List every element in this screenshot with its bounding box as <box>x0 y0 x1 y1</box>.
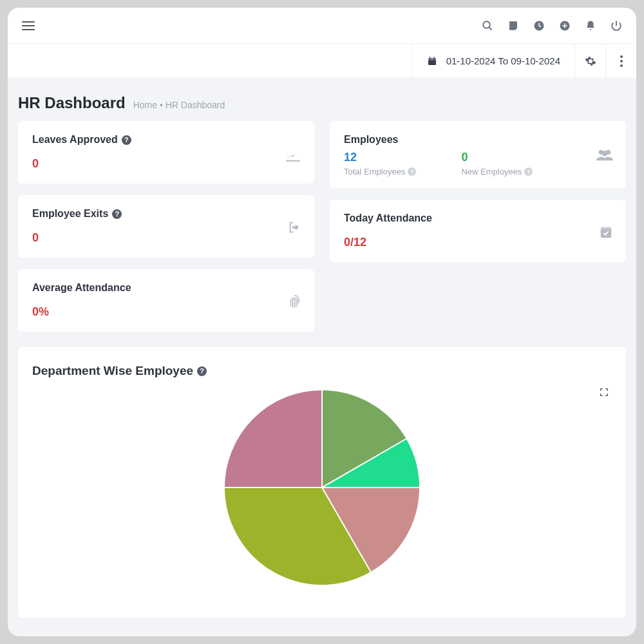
employee-exits-value: 0 <box>32 231 300 245</box>
more-button[interactable] <box>605 44 636 78</box>
total-employees-value: 12 <box>344 151 416 164</box>
card-today-attendance: Today Attendance 0/12 <box>330 200 626 262</box>
chart-title: Department Wise Employee <box>32 364 193 378</box>
breadcrumb[interactable]: Home • HR Dashboard <box>133 100 225 110</box>
today-attendance-title: Today Attendance <box>344 213 432 224</box>
svg-rect-5 <box>428 58 436 60</box>
users-icon <box>596 148 613 162</box>
calendar-check-icon <box>599 225 613 239</box>
help-icon[interactable]: ? <box>197 366 207 376</box>
menu-button[interactable] <box>22 21 35 30</box>
help-icon[interactable]: ? <box>112 209 122 219</box>
card-avg-attendance: Average Attendance 0% <box>18 269 314 332</box>
card-employees: Employees 12 Total Employees ? 0 New Emp… <box>330 121 626 188</box>
add-icon[interactable] <box>559 20 571 32</box>
svg-rect-15 <box>601 227 612 229</box>
svg-point-0 <box>483 21 490 28</box>
new-employees-value: 0 <box>461 151 533 164</box>
note-icon[interactable] <box>507 20 519 32</box>
avg-attendance-value: 0% <box>32 305 300 319</box>
card-leaves-approved: Leaves Approved ? 0 <box>18 121 314 184</box>
card-department-chart: Department Wise Employee ? <box>18 347 626 618</box>
help-icon[interactable]: ? <box>122 135 131 145</box>
today-attendance-value: 0/12 <box>344 236 612 249</box>
svg-line-1 <box>489 27 492 30</box>
leaves-approved-value: 0 <box>32 157 300 171</box>
employees-title: Employees <box>344 134 398 146</box>
avg-attendance-title: Average Attendance <box>32 282 131 294</box>
svg-point-13 <box>602 151 607 156</box>
plane-icon <box>285 146 301 163</box>
card-employee-exits: Employee Exits ? 0 <box>18 195 314 258</box>
pie-slice[interactable] <box>224 390 322 488</box>
settings-button[interactable] <box>574 44 605 78</box>
svg-point-9 <box>620 60 623 62</box>
svg-point-8 <box>620 55 623 58</box>
clock-icon[interactable] <box>533 20 545 32</box>
expand-icon[interactable] <box>599 387 609 397</box>
pie-chart <box>219 384 425 591</box>
calendar-icon <box>427 56 437 66</box>
leaves-approved-title: Leaves Approved <box>32 134 118 146</box>
power-icon[interactable] <box>611 20 622 32</box>
new-employees-label: New Employees <box>461 167 522 176</box>
page-title: HR Dashboard <box>18 94 126 112</box>
total-employees-label: Total Employees <box>344 167 405 176</box>
bell-icon[interactable] <box>585 20 596 32</box>
date-range-text: 01-10-2024 To 09-10-2024 <box>446 55 560 66</box>
search-icon[interactable] <box>482 20 493 32</box>
date-range-picker[interactable]: 01-10-2024 To 09-10-2024 <box>412 44 574 78</box>
employee-exits-title: Employee Exits <box>32 208 108 220</box>
exit-icon <box>287 220 301 234</box>
help-icon[interactable]: ? <box>408 167 416 176</box>
help-icon[interactable]: ? <box>524 167 533 176</box>
svg-point-10 <box>620 64 623 67</box>
fingerprint-icon <box>287 294 301 308</box>
